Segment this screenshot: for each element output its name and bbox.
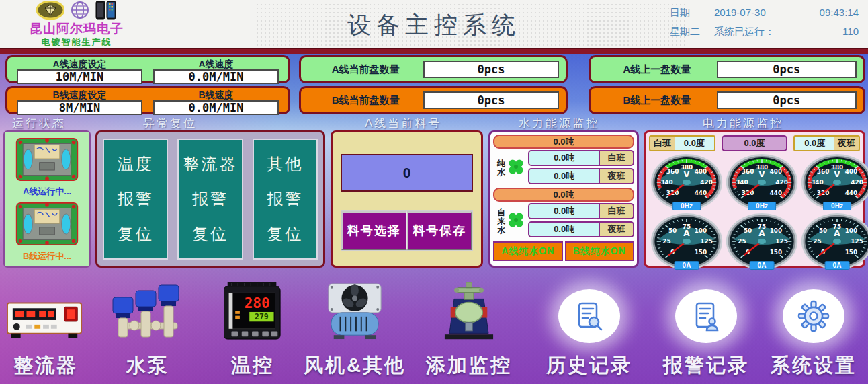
a-previous-pan-label: A线上一盘数量 (597, 63, 717, 76)
frequency-readout: 0Hz (748, 202, 776, 210)
section-title-reset: 异常复位 (143, 116, 197, 131)
power-night-label: 夜班 (834, 137, 859, 150)
svg-text:125: 125 (775, 238, 788, 245)
svg-text:50: 50 (668, 227, 677, 234)
svg-text:50: 50 (819, 227, 827, 234)
tap-water-night-value: 0.0吨 (529, 223, 600, 236)
b-line-speed-panel: B线速度设定 8M/MIN B线速度 0.0M/MIN (5, 86, 290, 114)
svg-text:420: 420 (775, 179, 788, 186)
b-speed-set-value[interactable]: 8M/MIN (17, 100, 142, 115)
svg-text:V: V (758, 169, 765, 179)
pure-water-night-row: 0.0吨 夜班 (528, 168, 634, 184)
rectifier-alarm-reset-button[interactable]: 整流器 报警 复位 (177, 139, 243, 260)
temperature-alarm-reset-button[interactable]: 温度 报警 复位 (103, 139, 168, 260)
svg-text:50: 50 (744, 227, 752, 234)
svg-text:360: 360 (666, 168, 679, 175)
pure-water-day-value: 0.0吨 (529, 151, 600, 165)
tap-water-night-row: 0.0吨 夜班 (528, 221, 634, 237)
tap-water-day-value: 0.0吨 (529, 204, 600, 218)
pure-water-night-value: 0.0吨 (529, 169, 600, 183)
temp-controller-icon: 280279 (224, 282, 281, 343)
weekday-value: 星期二 (670, 26, 714, 38)
clover-icon (507, 211, 525, 231)
b-line-pure-water-on-button[interactable]: B线纯水ON (565, 241, 635, 261)
a-previous-pan-panel: A线上一盘数量 0pcs (589, 55, 865, 83)
a-speed-cur-value: 0.0M/MIN (153, 69, 279, 84)
running-status-panel: A线运行中... B线运行中... (3, 130, 91, 268)
alarm-reset-panel: 温度 报警 复位 整流器 报警 复位 其他 报警 复位 (95, 130, 325, 268)
time-value: 09:43:14 (798, 7, 859, 20)
day-shift-label: 白班 (600, 151, 633, 165)
frequency-readout: 0Hz (823, 202, 851, 210)
dock-item-settings[interactable]: 系统设置 (760, 285, 867, 379)
svg-text:125: 125 (700, 238, 713, 245)
pure-water-group: 纯水 0.0吨 白班 0.0吨 夜班 (493, 150, 634, 186)
dosing-pump-icon (439, 281, 499, 343)
a-current-pan-panel: A线当前盘数量 0pcs (299, 55, 568, 83)
dock-item-add-monitor[interactable]: 添加监控 (415, 285, 523, 379)
reset-button-line: 复位 (267, 223, 303, 245)
voltmeter-gauge-2: 320340360380400420440V 0Hz (724, 152, 799, 211)
dock-item-fan[interactable]: 风机&其他 (301, 285, 408, 379)
a-speed-set-label: A线速度设定 (52, 59, 106, 69)
dock-item-pump[interactable]: 水泵 (94, 285, 202, 379)
temp-display-pv: 280 (245, 295, 270, 311)
a-current-pan-label: A线当前盘数量 (308, 63, 423, 76)
svg-text:400: 400 (695, 168, 707, 175)
ammeter-gauge-2: 0255075100125150A 0A (724, 211, 799, 270)
water-energy-panel: 0.0吨 纯水 0.0吨 白班 0.0吨 夜班 (488, 130, 639, 268)
night-shift-label: 夜班 (600, 169, 633, 183)
tap-water-label: 自来水 (496, 208, 506, 235)
svg-text:400: 400 (770, 168, 783, 175)
svg-text:100: 100 (770, 227, 783, 234)
night-shift-label: 夜班 (600, 223, 633, 236)
svg-text:420: 420 (700, 179, 713, 186)
dock-item-history[interactable]: 历史记录 (535, 285, 643, 379)
section-title-water: 水力能源监控 (519, 116, 599, 131)
svg-text:440: 440 (845, 190, 858, 196)
history-icon (558, 289, 620, 343)
datetime-block: 日期 2019-07-30 09:43:14 星期二 系统已运行： 110 (670, 7, 861, 44)
runtime-label: 系统已运行： (714, 26, 798, 38)
svg-text:150: 150 (770, 249, 783, 256)
dock-item-alarm-record[interactable]: 报警记录 (652, 285, 760, 379)
b-current-pan-label: B线当前盘数量 (308, 94, 423, 107)
power-night-cell: 0.0度 夜班 (793, 135, 860, 151)
date-label: 日期 (670, 7, 714, 20)
water-pump-icon (110, 282, 185, 343)
ammeter-gauge-1: 0255075100125150A 0A (649, 211, 724, 270)
reset-button-line: 报警 (267, 188, 303, 210)
svg-text:100: 100 (695, 227, 707, 234)
pure-water-label: 纯水 (496, 159, 506, 177)
reset-button-line: 报警 (118, 188, 154, 210)
b-previous-pan-value: 0pcs (717, 91, 857, 109)
power-day-cell: 白班 0.0度 (649, 135, 715, 151)
other-alarm-reset-button[interactable]: 其他 报警 复位 (253, 139, 318, 260)
reset-button-line: 整流器 (183, 153, 237, 175)
dock-label-history: 历史记录 (535, 352, 643, 379)
svg-text:340: 340 (811, 179, 824, 186)
section-title-material: A线当前料号 (365, 116, 441, 131)
voltmeter-gauge-3: 320340360380400420440V 0Hz (799, 152, 868, 211)
material-select-button[interactable]: 料号选择 (341, 211, 407, 250)
runtime-value: 110 (798, 26, 859, 38)
settings-gear-icon (783, 289, 844, 343)
a-speed-set-value[interactable]: 10M/MIN (17, 69, 142, 84)
day-shift-label: 白班 (600, 204, 633, 218)
dock-item-temp-control[interactable]: 280279 温控 (199, 285, 306, 379)
svg-text:440: 440 (695, 190, 707, 196)
svg-text:25: 25 (662, 238, 670, 245)
a-previous-pan-value: 0pcs (717, 61, 857, 78)
a-speed-cur-label: A线速度 (198, 59, 233, 69)
material-save-button[interactable]: 料号保存 (407, 211, 473, 250)
a-line-pure-water-on-button[interactable]: A线纯水ON (493, 241, 563, 261)
alarm-record-icon (675, 289, 737, 343)
dock-item-rectifier[interactable]: 整流器 (0, 285, 99, 379)
svg-text:360: 360 (742, 168, 754, 175)
dock-label-pump: 水泵 (94, 352, 202, 379)
rectifier-icon (6, 297, 85, 343)
section-title-status: 运行状态 (12, 116, 66, 131)
date-value: 2019-07-30 (714, 7, 798, 20)
voltmeter-gauge-1: 320340360380400420440V 0Hz (649, 152, 724, 211)
svg-text:400: 400 (845, 168, 858, 175)
